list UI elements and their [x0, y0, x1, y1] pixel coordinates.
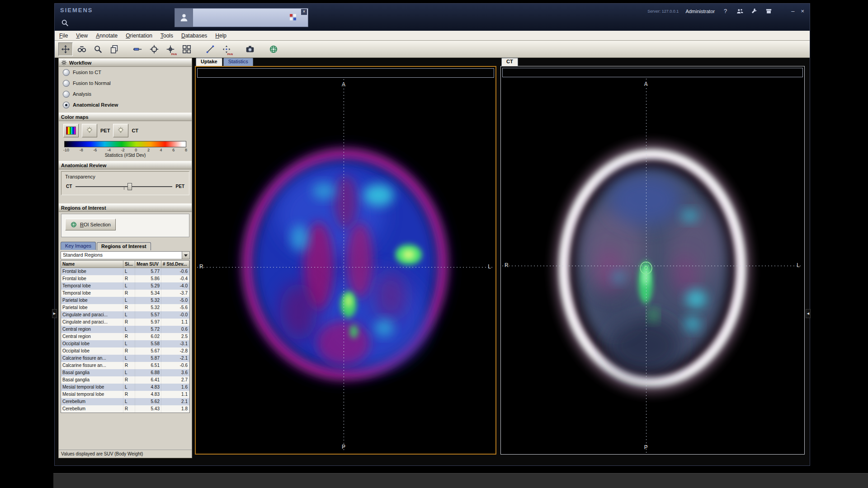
table-row[interactable]: Parietal lobe R 5.32 -5.6 — [61, 304, 189, 311]
radio-icon — [63, 80, 69, 86]
color-scale-bar — [64, 141, 186, 147]
crosshair-vertical[interactable] — [344, 79, 344, 452]
col-std-dev[interactable]: # Std.Dev... — [161, 261, 189, 267]
orientation-posterior: P — [342, 444, 345, 450]
table-row[interactable]: Cingulate and paraci... L 5.57 -0.0 — [61, 311, 189, 319]
table-row[interactable]: Occipital lobe R 5.67 -2.8 — [61, 347, 189, 355]
transparency-slider-handle[interactable] — [127, 183, 132, 190]
patient-tab[interactable]: × — [175, 8, 308, 27]
tab-regions-of-interest[interactable]: Regions of Interest — [97, 242, 151, 250]
line-measure-tool[interactable] — [203, 42, 217, 56]
menu-item[interactable]: View — [76, 33, 88, 39]
orientation-left: L — [488, 263, 491, 270]
table-row[interactable]: Basal ganglia L 6.88 3.6 — [61, 369, 189, 376]
table-row[interactable]: Cingulate and paraci... R 5.97 1.1 — [61, 319, 189, 326]
dropdown-button[interactable] — [182, 252, 189, 259]
table-row[interactable]: Cerebellum R 5.43 1.8 — [61, 405, 189, 413]
pan-crosshair-tool[interactable]: PAN — [163, 42, 178, 56]
table-row[interactable]: Temporal lobe L 5.29 -4.0 — [61, 282, 189, 290]
camera-tool[interactable] — [243, 42, 257, 56]
menu-item[interactable]: Tools — [160, 33, 173, 39]
patient-tab-close-icon[interactable]: × — [301, 9, 307, 15]
server-label: Server: 127.0.0.1 — [647, 9, 679, 14]
wrench-icon[interactable] — [750, 7, 758, 15]
ct-brightness-button[interactable] — [113, 124, 128, 137]
tab-ct[interactable]: CT — [501, 58, 518, 66]
workflow-option-analysis[interactable]: Analysis — [59, 89, 192, 99]
table-row[interactable]: Frontal lobe R 5.86 -0.4 — [61, 275, 189, 282]
col-mean-suv[interactable]: Mean SUV — [135, 261, 161, 267]
crosshair-tool[interactable] — [147, 42, 161, 56]
copy-tool[interactable] — [107, 42, 122, 56]
tab-statistics[interactable]: Statistics — [223, 58, 253, 66]
menu-item[interactable]: Databases — [181, 33, 207, 39]
menu-item[interactable]: File — [59, 33, 68, 39]
crosshair-horizontal[interactable] — [502, 266, 803, 266]
layout-grid-tool[interactable] — [179, 42, 194, 56]
minimize-button[interactable]: – — [791, 8, 794, 14]
table-row[interactable]: Occipital lobe L 5.58 -3.1 — [61, 340, 189, 347]
crosshair-horizontal[interactable] — [197, 267, 494, 267]
tab-uptake[interactable]: Uptake — [196, 58, 222, 66]
region-set-dropdown[interactable]: Standard Regions — [61, 251, 190, 259]
pet-image-area[interactable]: A P R L — [197, 79, 494, 452]
content-area: Workflow Fusion to CT Fusion to Normal A… — [55, 58, 810, 465]
lamp-icon — [85, 126, 94, 135]
transparency-slider-track[interactable] — [75, 186, 172, 187]
viewport-ct-banner — [502, 68, 803, 77]
orientation-right: R — [505, 262, 509, 268]
app-window: SIEMENS × Server: 127.0.0.1 Administrato… — [54, 3, 810, 466]
workflow-title: Workflow — [69, 60, 91, 66]
ct-image-area[interactable]: A P R L — [502, 79, 803, 453]
table-row[interactable]: Calcarine fissure an... L 5.87 -2.1 — [61, 355, 189, 362]
table-row[interactable]: Basal ganglia R 6.41 2.7 — [61, 376, 189, 384]
roi-panel: ROI Selection — [61, 214, 189, 237]
colormap-button[interactable] — [63, 124, 79, 137]
table-row[interactable]: Central region R 6.02 2.5 — [61, 333, 189, 340]
patient-icon — [175, 9, 193, 27]
table-row[interactable]: Mesial temporal lobe L 4.83 1.6 — [61, 384, 189, 391]
gear-icon — [61, 60, 67, 66]
help-icon[interactable]: ? — [722, 7, 729, 15]
users-icon[interactable] — [736, 7, 744, 15]
close-button[interactable]: × — [801, 8, 804, 14]
workflow-option-fusion-normal[interactable]: Fusion to Normal — [59, 78, 192, 89]
color-scale-caption: Statistics (#Std Dev) — [59, 153, 192, 158]
transparency-panel: Transparency CT PET — [61, 171, 189, 195]
search-icon[interactable] — [61, 19, 69, 27]
binoculars-tool[interactable] — [75, 42, 89, 56]
workflow-option-anatomical-review[interactable]: Anatomical Review — [59, 99, 192, 110]
menu-item[interactable]: Orientation — [126, 33, 152, 39]
workflow-section-header: Workflow — [59, 58, 192, 67]
roi-selection-button[interactable]: ROI Selection — [65, 219, 116, 230]
table-row[interactable]: Central region L 5.72 0.6 — [61, 326, 189, 333]
pan-arrow-tool[interactable]: PAN — [219, 42, 234, 56]
workflow-option-fusion-ct[interactable]: Fusion to CT — [59, 67, 192, 78]
series-grid-icon — [290, 14, 296, 20]
title-bar: SIEMENS × Server: 127.0.0.1 Administrato… — [55, 4, 810, 31]
table-row[interactable]: Cerebellum L 5.62 2.1 — [61, 398, 189, 405]
table-row[interactable]: Parietal lobe L 5.32 -5.0 — [61, 297, 189, 304]
ct-label: CT — [132, 128, 138, 133]
table-row[interactable]: Frontal lobe L 5.77 -0.6 — [61, 268, 189, 275]
tab-key-images[interactable]: Key Images — [61, 242, 96, 250]
panel-collapse-handle-right[interactable]: ◀ — [806, 309, 811, 318]
orientation-right: R — [199, 263, 203, 270]
globe-roi-tool[interactable] — [266, 42, 281, 56]
archive-icon[interactable] — [765, 7, 773, 15]
viewport-uptake-tabs: Uptake Statistics — [195, 58, 496, 66]
table-row[interactable]: Calcarine fissure an... R 6.51 -0.6 — [61, 362, 189, 369]
col-side[interactable]: Si... — [123, 261, 135, 267]
panel-collapse-handle-left[interactable]: ▶ — [52, 309, 57, 318]
injector-tool[interactable] — [131, 42, 145, 56]
panel-footer-note: Values displayed are SUV (Body Weight) — [59, 450, 192, 458]
move-tool[interactable] — [58, 42, 73, 56]
pet-brightness-button[interactable] — [82, 124, 97, 137]
table-row[interactable]: Temporal lobe R 5.34 -3.7 — [61, 290, 189, 297]
table-row[interactable]: Mesial temporal lobe R 4.83 1.1 — [61, 391, 189, 398]
magnifier-tool[interactable] — [91, 42, 105, 56]
menu-item[interactable]: Help — [215, 33, 226, 39]
siemens-logo: SIEMENS — [60, 7, 93, 14]
col-name[interactable]: Name — [61, 261, 123, 267]
menu-item[interactable]: Annotate — [96, 33, 118, 39]
